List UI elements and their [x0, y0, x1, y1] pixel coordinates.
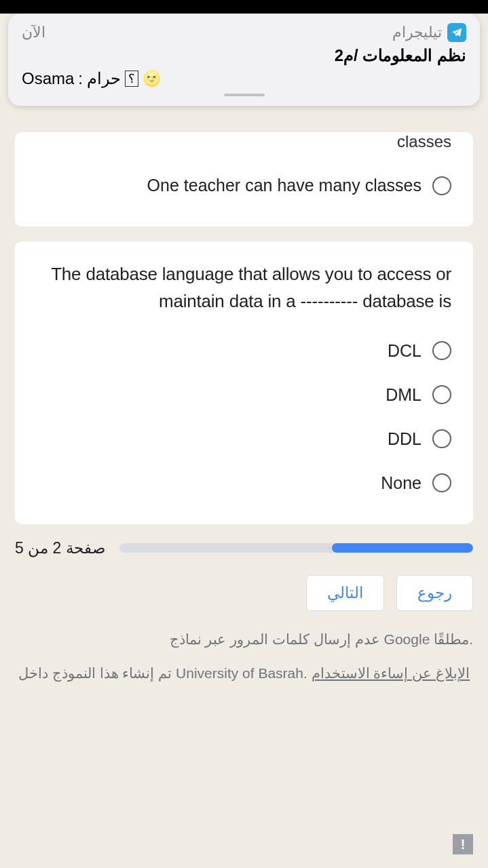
progress-fill [332, 543, 473, 553]
radio-option-ddl[interactable]: DDL [37, 417, 451, 461]
radio-button[interactable] [432, 176, 451, 195]
telegram-icon [447, 23, 466, 42]
next-button[interactable]: التالي [306, 575, 384, 611]
back-button[interactable]: رجوع [396, 575, 473, 611]
notification-handle[interactable] [224, 94, 265, 96]
progress-row: صفحة 2 من 5 [15, 539, 473, 557]
notification-app-name: تيليجرام [392, 24, 442, 41]
page-label: صفحة 2 من 5 [15, 539, 106, 557]
notification-time: الآن [22, 24, 45, 41]
option-label: One teacher can have many classes [147, 176, 421, 195]
option-label: None [381, 473, 421, 493]
progress-bar [119, 543, 473, 553]
notification-title: نظم المعلومات /م2 [22, 46, 466, 65]
partial-text: classes [37, 132, 451, 151]
option-label: DDL [388, 429, 421, 449]
footer-org: تم إنشاء هذا النموذج داخل University of … [15, 663, 473, 684]
radio-option-dcl[interactable]: DCL [37, 329, 451, 373]
radio-button[interactable] [432, 385, 451, 404]
report-abuse-link[interactable]: الإبلاغ عن إساءة الاستخدام [312, 665, 470, 681]
report-icon[interactable]: ! [453, 834, 473, 854]
question-card-partial: classes One teacher can have many classe… [15, 132, 473, 226]
question-card: The database language that allows you to… [15, 241, 473, 524]
radio-option[interactable]: One teacher can have many classes [37, 163, 451, 208]
footer-password-warning: عدم إرسال كلمات المرور عبر نماذج Google … [15, 631, 473, 648]
option-label: DML [386, 385, 421, 405]
radio-button[interactable] [432, 341, 451, 360]
option-label: DCL [388, 341, 421, 361]
notification-banner[interactable]: الآن تيليجرام نظم المعلومات /م2 Osama : … [8, 14, 480, 106]
status-bar [0, 0, 488, 14]
notification-app: تيليجرام [392, 23, 466, 42]
question-text: The database language that allows you to… [37, 260, 451, 315]
radio-option-dml[interactable]: DML [37, 373, 451, 417]
radio-option-none[interactable]: None [37, 461, 451, 505]
radio-button[interactable] [432, 429, 451, 448]
radio-button[interactable] [432, 473, 451, 492]
notification-message: Osama : حرام ؟ 🌝 [22, 69, 466, 88]
